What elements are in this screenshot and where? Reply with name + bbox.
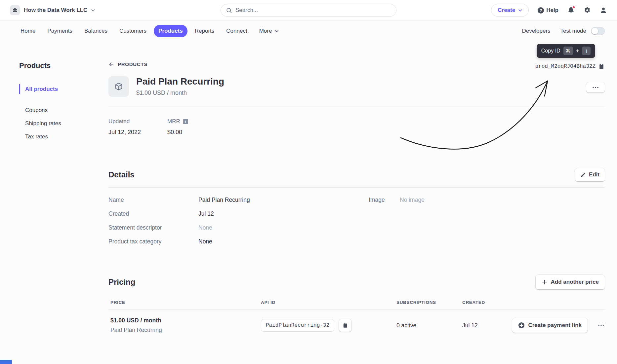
plus-icon (542, 279, 548, 285)
breadcrumb[interactable]: PRODUCTS (108, 61, 605, 67)
nav-item-connect[interactable]: Connect (222, 25, 252, 37)
sidebar-item-label: Coupons (25, 107, 48, 113)
i-keycap: I (582, 47, 591, 55)
topbar-actions: Create ? Help (491, 4, 607, 17)
chevron-down-icon (275, 30, 278, 32)
product-stats: Updated Jul 12, 2022 MRR i $0.00 (108, 107, 605, 147)
test-mode-label: Test mode (560, 28, 586, 34)
create-payment-link-label: Create payment link (528, 322, 582, 329)
detail-row-statement-descriptor: Statement descriptor None (108, 221, 369, 235)
product-head-text: Paid Plan Recurring $1.00 USD / month (136, 76, 224, 96)
detail-row-created: Created Jul 12 (108, 207, 369, 221)
create-button[interactable]: Create (491, 4, 529, 17)
detail-label: Image (369, 197, 400, 245)
plus-circle-icon (518, 322, 525, 329)
sidebar-item-all-products[interactable]: All products (19, 83, 108, 96)
nav-right: Developers Test mode (522, 27, 605, 35)
copy-id-tooltip: Copy ID ⌘ + I (537, 44, 595, 58)
create-button-label: Create (498, 7, 515, 14)
detail-value: Paid Plan Recurring (198, 197, 250, 203)
add-price-button[interactable]: Add another price (536, 275, 605, 289)
test-mode-control: Test mode (560, 27, 605, 35)
copy-api-id-button[interactable] (339, 319, 351, 332)
chevron-down-icon (518, 9, 522, 12)
breadcrumb-label: PRODUCTS (118, 61, 147, 67)
column-price: PRICE (108, 300, 261, 305)
price-cell: $1.00 USD / month Paid Plan Recurring (108, 317, 261, 334)
topbar: How the Data Work LLC Create ? Help (0, 0, 617, 20)
created-cell: Jul 12 (462, 322, 502, 329)
copy-id-label: Copy ID (541, 48, 560, 54)
stat-mrr-label: MRR (167, 118, 180, 125)
help-label: Help (546, 7, 558, 14)
nav-item-reports[interactable]: Reports (190, 25, 219, 37)
sidebar-item-label: Shipping rates (25, 120, 61, 127)
column-api-id: API ID (261, 300, 396, 305)
settings-button[interactable] (584, 7, 591, 14)
sidebar-item-tax-rates[interactable]: Tax rates (19, 130, 108, 143)
sidebar-item-label: All products (25, 86, 58, 92)
search-bar[interactable] (221, 4, 396, 17)
detail-value: No image (400, 197, 425, 245)
cmd-keycap: ⌘ (563, 47, 573, 55)
main-nav: Home Payments Balances Customers Product… (0, 20, 617, 42)
add-price-label: Add another price (551, 279, 599, 285)
test-mode-toggle[interactable] (591, 27, 605, 35)
nav-item-label: Products (158, 28, 183, 34)
account-name: How the Data Work LLC (24, 7, 87, 14)
edit-button[interactable]: Edit (575, 168, 605, 181)
person-icon (600, 7, 607, 14)
nav-item-label: More (259, 28, 272, 34)
sidebar-title: Products (19, 61, 108, 70)
help-button[interactable]: ? Help (538, 7, 558, 14)
nav-item-more[interactable]: More (255, 25, 283, 37)
profile-button[interactable] (600, 7, 607, 14)
edit-button-label: Edit (589, 171, 599, 178)
create-payment-link-button[interactable]: Create payment link (512, 318, 588, 333)
nav-item-home[interactable]: Home (16, 25, 40, 37)
nav-item-label: Reports (195, 28, 215, 34)
notification-dot (572, 6, 575, 9)
column-subscriptions: SUBSCRIPTIONS (396, 300, 462, 305)
detail-value: None (198, 238, 212, 245)
detail-row-image: Image No image (369, 193, 425, 248)
price-product-name: Paid Plan Recurring (110, 327, 261, 334)
account-switcher[interactable]: How the Data Work LLC (10, 5, 95, 15)
product-id-value: prod_M2oqRJO4Bha32Z (535, 63, 596, 69)
nav-item-balances[interactable]: Balances (80, 25, 112, 37)
nav-item-label: Balances (84, 28, 107, 34)
pricing-table-header: PRICE API ID SUBSCRIPTIONS CREATED (108, 298, 605, 309)
page-title: Paid Plan Recurring (136, 76, 224, 87)
toggle-knob (592, 28, 598, 34)
nav-item-label: Connect (226, 28, 247, 34)
nav-item-customers[interactable]: Customers (115, 25, 151, 37)
api-id-chip[interactable]: PaidPlanRecurring-32 (261, 319, 334, 332)
search-input[interactable] (235, 7, 391, 14)
detail-label: Created (108, 210, 198, 217)
nav-item-products[interactable]: Products (154, 25, 187, 37)
sidebar-item-shipping-rates[interactable]: Shipping rates (19, 117, 108, 130)
product-overflow-button[interactable] (586, 82, 605, 92)
details-section: Details Edit Name Paid Plan Recurring Cr… (108, 168, 605, 248)
page-body: Products All products Coupons Shipping r… (0, 42, 617, 341)
row-actions: Create payment link (502, 318, 605, 333)
sidebar-item-coupons[interactable]: Coupons (19, 104, 108, 117)
nav-item-payments[interactable]: Payments (43, 25, 77, 37)
detail-label: Product tax category (108, 238, 198, 245)
product-thumbnail (108, 76, 129, 97)
column-created: CREATED (462, 300, 502, 305)
info-icon[interactable]: i (183, 119, 188, 124)
details-title: Details (108, 170, 135, 179)
table-row: $1.00 USD / month Paid Plan Recurring Pa… (108, 310, 605, 341)
product-id[interactable]: prod_M2oqRJO4Bha32Z (535, 63, 604, 69)
detail-label: Statement descriptor (108, 224, 198, 231)
clipboard-icon (343, 323, 348, 328)
notifications-button[interactable] (567, 7, 575, 14)
developers-link[interactable]: Developers (522, 28, 551, 34)
question-mark-icon: ? (538, 7, 544, 14)
account-avatar (10, 5, 20, 15)
clipboard-icon (598, 63, 604, 69)
row-overflow-button[interactable] (597, 323, 605, 328)
stat-mrr-value: $0.00 (167, 129, 188, 136)
plus-separator: + (576, 48, 579, 54)
